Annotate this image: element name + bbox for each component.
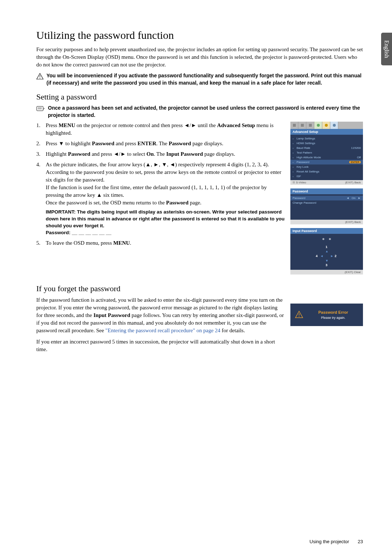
step-4: As the picture indicates, the four arrow… bbox=[36, 161, 285, 236]
main-heading: Utilizing the password function bbox=[36, 29, 363, 41]
osd-tabs bbox=[290, 122, 363, 129]
osd-header: Input Password bbox=[290, 228, 363, 234]
warning-callout: You will be inconvenienced if you activa… bbox=[36, 72, 363, 86]
warning-icon bbox=[36, 73, 44, 80]
svg-point-1 bbox=[40, 78, 40, 78]
osd-tab-icon bbox=[314, 122, 322, 129]
svg-point-8 bbox=[317, 124, 320, 127]
osd-footer-left: ⊞ S-Video bbox=[293, 181, 306, 184]
step-5: To leave the OSD menu, press MENU. bbox=[36, 239, 285, 247]
step-2: Press ▼ to highlight Password and press … bbox=[36, 140, 285, 147]
arrow-cross: 1 ▲ 4 ◄ ► 2 ▼ 3 bbox=[316, 245, 338, 267]
osd-menu-item: ▫Test Pattern bbox=[290, 150, 363, 155]
osd-menu-item: ▫Lamp Settings bbox=[290, 136, 363, 141]
step-3: Highlight Password and press ◄/► to sele… bbox=[36, 150, 285, 158]
svg-point-9 bbox=[325, 124, 328, 127]
osd-advanced-setup: Advanced Setup ▫Lamp Settings▫HDMI Setti… bbox=[290, 122, 363, 185]
osd-header: Advanced Setup bbox=[290, 129, 363, 135]
password-stars: ＊ ＊ bbox=[293, 237, 360, 243]
setting-password-heading: Setting a password bbox=[36, 92, 363, 102]
osd-footer-right: (EXIT) Clear bbox=[345, 271, 361, 274]
forget-paragraph-1: If the password function is activated, y… bbox=[36, 296, 285, 334]
note-callout: Once a password has been set and activat… bbox=[36, 105, 363, 119]
osd-menu-item: ▫Reset All Settings bbox=[290, 169, 363, 174]
forget-password-heading: If you forget the password bbox=[36, 284, 363, 293]
osd-footer: ⊞ S-Video (EXIT) Back bbox=[290, 180, 363, 185]
osd-footer: (EXIT) Back bbox=[290, 220, 363, 224]
osd-tab-icon bbox=[330, 122, 338, 129]
svg-point-10 bbox=[333, 124, 336, 127]
language-label: English bbox=[383, 40, 390, 58]
svg-rect-6 bbox=[301, 124, 304, 127]
osd-menu-item: ▫PasswordENTER bbox=[290, 160, 363, 164]
password-blank: Password: __ __ __ __ __ __ bbox=[46, 229, 285, 236]
warning-text: You will be inconvenienced if you activa… bbox=[46, 72, 363, 86]
error-message: Please try again. bbox=[308, 316, 359, 320]
page-number: 23 bbox=[358, 539, 363, 544]
intro-paragraph: For security purposes and to help preven… bbox=[36, 46, 363, 69]
osd-footer-right: (EXIT) Back bbox=[345, 181, 361, 184]
important-note: IMPORTANT: The digits being input will d… bbox=[46, 209, 285, 229]
osd-header: Password bbox=[290, 188, 363, 194]
osd-menu-item: Password◄ On ► bbox=[290, 196, 363, 200]
osd-menu-item: ▫ISF bbox=[290, 174, 363, 179]
osd-tab-icon bbox=[306, 122, 314, 129]
step-1: Press MENU on the projector or remote co… bbox=[36, 122, 285, 137]
svg-rect-2 bbox=[37, 106, 43, 111]
osd-menu-item: Change Password bbox=[290, 200, 363, 205]
osd-footer-right: (EXIT) Back bbox=[345, 220, 361, 224]
osd-footer: (EXIT) Clear bbox=[290, 270, 363, 275]
error-icon bbox=[295, 310, 303, 319]
page-footer: Using the projector 23 bbox=[310, 539, 363, 544]
osd-menu-item: ▫HDMI Settings bbox=[290, 141, 363, 146]
osd-tab-icon bbox=[322, 122, 330, 129]
steps-list: Press MENU on the projector or remote co… bbox=[36, 122, 285, 247]
password-error-box: Password Error Please try again. bbox=[290, 304, 363, 326]
osd-input-password: Input Password ＊ ＊ 1 ▲ 4 ◄ ► 2 ▼ 3 (EXIT… bbox=[290, 228, 363, 275]
osd-menu-item: ▫High Altitude ModeOff bbox=[290, 155, 363, 160]
osd-menu-item: ▫Key Lock bbox=[290, 164, 363, 169]
language-tab: English bbox=[381, 33, 392, 65]
note-icon bbox=[36, 105, 45, 111]
recall-link[interactable]: "Entering the password recall procedure"… bbox=[105, 328, 220, 333]
svg-rect-5 bbox=[293, 124, 296, 127]
error-title: Password Error bbox=[308, 310, 359, 314]
forget-paragraph-2: If you enter an incorrect password 5 tim… bbox=[36, 338, 285, 353]
osd-password: Password Password◄ On ►Change Password (… bbox=[290, 188, 363, 224]
svg-rect-7 bbox=[309, 124, 312, 127]
svg-point-12 bbox=[299, 316, 299, 317]
footer-text: Using the projector bbox=[310, 539, 349, 544]
osd-tab-icon bbox=[298, 122, 306, 129]
osd-menu-item: ▫Baud Rate115200 bbox=[290, 146, 363, 150]
osd-tab-icon bbox=[290, 122, 298, 129]
note-text: Once a password has been set and activat… bbox=[48, 105, 363, 119]
